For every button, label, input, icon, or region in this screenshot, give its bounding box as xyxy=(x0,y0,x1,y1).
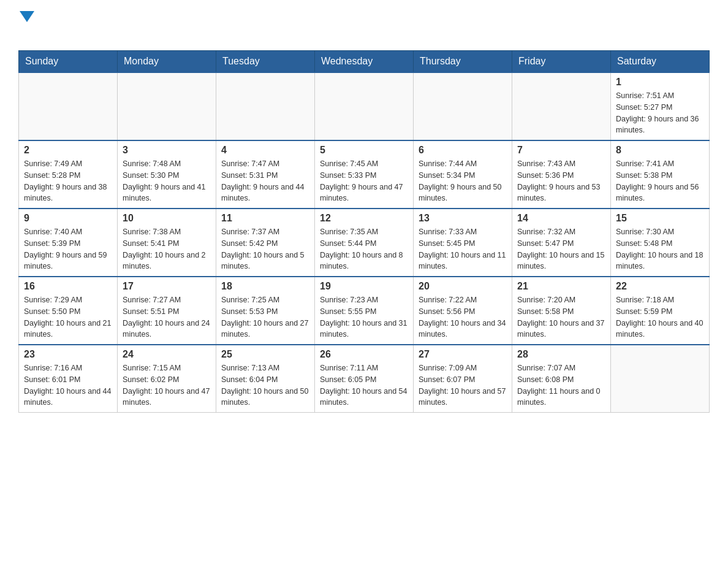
weekday-header-thursday: Thursday xyxy=(414,51,512,73)
calendar-cell: 17Sunrise: 7:27 AM Sunset: 5:51 PM Dayli… xyxy=(118,277,216,345)
day-number: 13 xyxy=(419,213,507,224)
calendar-cell: 25Sunrise: 7:13 AM Sunset: 6:04 PM Dayli… xyxy=(216,345,315,413)
calendar-cell: 10Sunrise: 7:38 AM Sunset: 5:41 PM Dayli… xyxy=(118,209,216,277)
day-info: Sunrise: 7:11 AM Sunset: 6:05 PM Dayligh… xyxy=(320,362,408,408)
day-number: 26 xyxy=(320,349,408,360)
day-info: Sunrise: 7:49 AM Sunset: 5:28 PM Dayligh… xyxy=(24,158,112,204)
day-info: Sunrise: 7:18 AM Sunset: 5:59 PM Dayligh… xyxy=(616,294,704,340)
day-info: Sunrise: 7:09 AM Sunset: 6:07 PM Dayligh… xyxy=(419,362,507,408)
day-number: 25 xyxy=(221,349,309,360)
logo xyxy=(18,12,34,38)
weekday-header-friday: Friday xyxy=(512,51,611,73)
day-number: 21 xyxy=(517,281,605,292)
day-info: Sunrise: 7:48 AM Sunset: 5:30 PM Dayligh… xyxy=(123,158,211,204)
week-row-1: 1Sunrise: 7:51 AM Sunset: 5:27 PM Daylig… xyxy=(19,72,710,140)
calendar-cell: 26Sunrise: 7:11 AM Sunset: 6:05 PM Dayli… xyxy=(315,345,414,413)
week-row-2: 2Sunrise: 7:49 AM Sunset: 5:28 PM Daylig… xyxy=(19,140,710,209)
day-number: 10 xyxy=(123,213,211,224)
day-info: Sunrise: 7:22 AM Sunset: 5:56 PM Dayligh… xyxy=(419,294,507,340)
page-header xyxy=(18,12,710,38)
day-info: Sunrise: 7:20 AM Sunset: 5:58 PM Dayligh… xyxy=(517,294,605,340)
calendar-cell: 13Sunrise: 7:33 AM Sunset: 5:45 PM Dayli… xyxy=(414,209,512,277)
day-info: Sunrise: 7:51 AM Sunset: 5:27 PM Dayligh… xyxy=(616,90,704,136)
day-number: 7 xyxy=(517,145,605,156)
calendar-cell: 27Sunrise: 7:09 AM Sunset: 6:07 PM Dayli… xyxy=(414,345,512,413)
day-number: 18 xyxy=(221,281,309,292)
day-info: Sunrise: 7:47 AM Sunset: 5:31 PM Dayligh… xyxy=(221,158,309,204)
calendar-cell: 23Sunrise: 7:16 AM Sunset: 6:01 PM Dayli… xyxy=(19,345,118,413)
day-number: 1 xyxy=(616,77,704,88)
calendar-cell xyxy=(19,72,118,140)
calendar-cell xyxy=(611,345,710,413)
calendar-cell xyxy=(315,72,414,140)
day-number: 11 xyxy=(221,213,309,224)
day-info: Sunrise: 7:32 AM Sunset: 5:47 PM Dayligh… xyxy=(517,226,605,272)
day-info: Sunrise: 7:13 AM Sunset: 6:04 PM Dayligh… xyxy=(221,362,309,408)
day-number: 6 xyxy=(419,145,507,156)
calendar-cell xyxy=(216,72,315,140)
calendar-cell: 11Sunrise: 7:37 AM Sunset: 5:42 PM Dayli… xyxy=(216,209,315,277)
day-info: Sunrise: 7:23 AM Sunset: 5:55 PM Dayligh… xyxy=(320,294,408,340)
calendar-cell: 2Sunrise: 7:49 AM Sunset: 5:28 PM Daylig… xyxy=(19,140,118,209)
logo-triangle-icon xyxy=(20,11,34,22)
weekday-header-tuesday: Tuesday xyxy=(216,51,315,73)
day-number: 19 xyxy=(320,281,408,292)
day-info: Sunrise: 7:07 AM Sunset: 6:08 PM Dayligh… xyxy=(517,362,605,408)
day-info: Sunrise: 7:37 AM Sunset: 5:42 PM Dayligh… xyxy=(221,226,309,272)
day-number: 4 xyxy=(221,145,309,156)
week-row-3: 9Sunrise: 7:40 AM Sunset: 5:39 PM Daylig… xyxy=(19,209,710,277)
calendar-cell: 18Sunrise: 7:25 AM Sunset: 5:53 PM Dayli… xyxy=(216,277,315,345)
day-number: 20 xyxy=(419,281,507,292)
calendar-cell: 5Sunrise: 7:45 AM Sunset: 5:33 PM Daylig… xyxy=(315,140,414,209)
calendar-cell: 9Sunrise: 7:40 AM Sunset: 5:39 PM Daylig… xyxy=(19,209,118,277)
calendar-cell xyxy=(118,72,216,140)
calendar-cell: 28Sunrise: 7:07 AM Sunset: 6:08 PM Dayli… xyxy=(512,345,611,413)
day-number: 3 xyxy=(123,145,211,156)
calendar-cell: 22Sunrise: 7:18 AM Sunset: 5:59 PM Dayli… xyxy=(611,277,710,345)
day-info: Sunrise: 7:29 AM Sunset: 5:50 PM Dayligh… xyxy=(24,294,112,340)
day-info: Sunrise: 7:44 AM Sunset: 5:34 PM Dayligh… xyxy=(419,158,507,204)
day-number: 9 xyxy=(24,213,112,224)
day-number: 22 xyxy=(616,281,704,292)
day-number: 23 xyxy=(24,349,112,360)
calendar-cell: 24Sunrise: 7:15 AM Sunset: 6:02 PM Dayli… xyxy=(118,345,216,413)
calendar-cell: 3Sunrise: 7:48 AM Sunset: 5:30 PM Daylig… xyxy=(118,140,216,209)
calendar-cell: 1Sunrise: 7:51 AM Sunset: 5:27 PM Daylig… xyxy=(611,72,710,140)
day-number: 17 xyxy=(123,281,211,292)
calendar-cell: 16Sunrise: 7:29 AM Sunset: 5:50 PM Dayli… xyxy=(19,277,118,345)
weekday-header-wednesday: Wednesday xyxy=(315,51,414,73)
calendar-cell: 4Sunrise: 7:47 AM Sunset: 5:31 PM Daylig… xyxy=(216,140,315,209)
calendar-cell xyxy=(414,72,512,140)
day-info: Sunrise: 7:27 AM Sunset: 5:51 PM Dayligh… xyxy=(123,294,211,340)
calendar-cell: 12Sunrise: 7:35 AM Sunset: 5:44 PM Dayli… xyxy=(315,209,414,277)
day-number: 14 xyxy=(517,213,605,224)
day-info: Sunrise: 7:33 AM Sunset: 5:45 PM Dayligh… xyxy=(419,226,507,272)
calendar-table: SundayMondayTuesdayWednesdayThursdayFrid… xyxy=(18,50,710,413)
weekday-header-monday: Monday xyxy=(118,51,216,73)
day-number: 5 xyxy=(320,145,408,156)
calendar-cell: 14Sunrise: 7:32 AM Sunset: 5:47 PM Dayli… xyxy=(512,209,611,277)
day-info: Sunrise: 7:40 AM Sunset: 5:39 PM Dayligh… xyxy=(24,226,112,272)
calendar-cell: 7Sunrise: 7:43 AM Sunset: 5:36 PM Daylig… xyxy=(512,140,611,209)
day-number: 27 xyxy=(419,349,507,360)
calendar-cell: 6Sunrise: 7:44 AM Sunset: 5:34 PM Daylig… xyxy=(414,140,512,209)
weekday-header-row: SundayMondayTuesdayWednesdayThursdayFrid… xyxy=(19,51,710,73)
calendar-cell: 20Sunrise: 7:22 AM Sunset: 5:56 PM Dayli… xyxy=(414,277,512,345)
day-info: Sunrise: 7:35 AM Sunset: 5:44 PM Dayligh… xyxy=(320,226,408,272)
day-number: 12 xyxy=(320,213,408,224)
day-number: 15 xyxy=(616,213,704,224)
day-info: Sunrise: 7:41 AM Sunset: 5:38 PM Dayligh… xyxy=(616,158,704,204)
day-number: 16 xyxy=(24,281,112,292)
calendar-cell xyxy=(512,72,611,140)
week-row-5: 23Sunrise: 7:16 AM Sunset: 6:01 PM Dayli… xyxy=(19,345,710,413)
day-number: 2 xyxy=(24,145,112,156)
day-info: Sunrise: 7:16 AM Sunset: 6:01 PM Dayligh… xyxy=(24,362,112,408)
day-info: Sunrise: 7:25 AM Sunset: 5:53 PM Dayligh… xyxy=(221,294,309,340)
week-row-4: 16Sunrise: 7:29 AM Sunset: 5:50 PM Dayli… xyxy=(19,277,710,345)
weekday-header-sunday: Sunday xyxy=(19,51,118,73)
weekday-header-saturday: Saturday xyxy=(611,51,710,73)
calendar-cell: 19Sunrise: 7:23 AM Sunset: 5:55 PM Dayli… xyxy=(315,277,414,345)
day-info: Sunrise: 7:45 AM Sunset: 5:33 PM Dayligh… xyxy=(320,158,408,204)
day-info: Sunrise: 7:15 AM Sunset: 6:02 PM Dayligh… xyxy=(123,362,211,408)
day-info: Sunrise: 7:38 AM Sunset: 5:41 PM Dayligh… xyxy=(123,226,211,272)
